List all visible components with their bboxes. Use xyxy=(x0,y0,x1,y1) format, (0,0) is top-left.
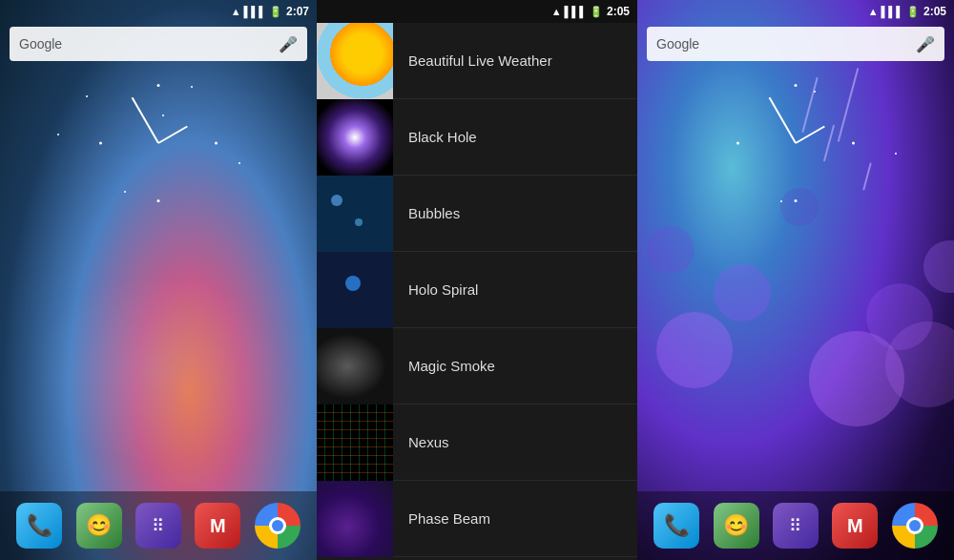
left-screen: ▲ ▌▌▌ 🔋 2:07 Google 🎤 📞 😊 ⠿ xyxy=(0,0,317,560)
right-clock-hour-hand xyxy=(796,126,825,144)
wallpaper-name-holo: Holo Spiral xyxy=(408,281,478,298)
right-dock-launcher[interactable]: ⠿ xyxy=(773,503,819,549)
right-dock-phone[interactable]: 📞 xyxy=(653,503,699,549)
center-wifi-icon: ▲ xyxy=(551,6,562,17)
wallpaper-thumb-bubbles xyxy=(317,176,393,252)
left-time: 2:07 xyxy=(286,5,309,18)
right-phone-icon: 📞 xyxy=(664,513,690,538)
wallpaper-thumb-phasebeam xyxy=(317,481,393,557)
nexus-thumb-bg xyxy=(317,404,393,481)
launcher-icon: ⠿ xyxy=(152,515,164,536)
right-dock-chrome[interactable] xyxy=(892,503,938,549)
right-status-icons: ▲ ▌▌▌ 🔋 xyxy=(868,6,920,18)
wallpaper-name-weather: Beautiful Live Weather xyxy=(408,52,552,69)
clock-dot-12 xyxy=(157,84,160,87)
wallpaper-thumb-blackhole xyxy=(317,99,393,176)
wallpaper-item-beautiful-live-weather[interactable]: Beautiful Live Weather xyxy=(317,23,637,99)
clock-dot-3 xyxy=(215,142,218,145)
right-contacts-icon: 😊 xyxy=(723,513,749,538)
wallpaper-thumb-weather xyxy=(317,23,393,99)
center-screen: ▲ ▌▌▌ 🔋 2:05 Beautiful Live Weather Blac… xyxy=(317,0,637,560)
right-dock-contacts[interactable]: 😊 xyxy=(714,503,759,549)
star xyxy=(238,162,240,164)
left-dock: 📞 😊 ⠿ M xyxy=(0,491,317,560)
right-clock-dot-6 xyxy=(795,199,798,202)
wallpaper-thumb-holo xyxy=(317,252,393,328)
holo-thumb-bg xyxy=(317,252,393,328)
blackhole-thumb-bg xyxy=(317,99,393,176)
battery-icon: 🔋 xyxy=(269,6,282,18)
right-dock-gmail[interactable]: M xyxy=(832,503,878,549)
wallpaper-item-phase-beam[interactable]: Phase Beam xyxy=(317,481,637,557)
wallpaper-name-phasebeam: Phase Beam xyxy=(408,510,490,527)
dock-gmail[interactable]: M xyxy=(195,503,240,549)
right-time: 2:05 xyxy=(923,5,946,18)
star xyxy=(57,134,59,135)
wallpaper-thumb-nexus xyxy=(317,404,393,481)
wallpaper-item-nexus[interactable]: Nexus xyxy=(317,404,637,481)
right-screen: ▲ ▌▌▌ 🔋 2:05 Google 🎤 📞 😊 ⠿ xyxy=(637,0,954,560)
right-dock: 📞 😊 ⠿ M xyxy=(637,491,954,560)
wallpaper-thumb-smoke xyxy=(317,328,393,404)
wallpaper-name-bubbles: Bubbles xyxy=(408,205,460,221)
left-clock-widget xyxy=(92,76,225,210)
gmail-icon: M xyxy=(210,515,226,537)
wallpaper-item-bubbles[interactable]: Bubbles xyxy=(317,176,637,252)
wallpaper-name-blackhole: Black Hole xyxy=(408,129,477,145)
right-clock-widget xyxy=(729,76,862,210)
right-clock-dot-12 xyxy=(795,84,798,87)
left-mic-icon[interactable]: 🎤 xyxy=(279,35,298,53)
left-search-bar[interactable]: Google 🎤 xyxy=(10,27,307,61)
wallpaper-item-magic-smoke[interactable]: Magic Smoke xyxy=(317,328,637,404)
clock-face xyxy=(92,76,225,210)
center-battery-icon: 🔋 xyxy=(590,6,603,18)
right-search-label: Google xyxy=(656,36,916,52)
wifi-icon: ▲ xyxy=(231,6,241,17)
right-gmail-icon: M xyxy=(847,515,863,537)
right-battery-icon: 🔋 xyxy=(906,6,920,18)
dock-launcher[interactable]: ⠿ xyxy=(135,503,181,549)
right-clock-minute-hand xyxy=(769,97,797,144)
smoke-thumb-bg xyxy=(317,328,393,404)
right-clock-dot-3 xyxy=(852,142,855,145)
clock-dot-6 xyxy=(157,199,160,202)
dock-contacts[interactable]: 😊 xyxy=(76,503,122,549)
dock-chrome[interactable] xyxy=(255,503,301,549)
left-search-label: Google xyxy=(19,36,279,52)
wallpaper-item-holo-spiral[interactable]: Holo Spiral xyxy=(317,252,637,328)
bubbles-thumb-bg xyxy=(317,176,393,252)
right-clock-face xyxy=(729,76,862,210)
wallpaper-name-nexus: Nexus xyxy=(408,434,449,450)
wallpaper-list: Beautiful Live Weather Black Hole Bubble… xyxy=(317,23,637,560)
right-wifi-icon: ▲ xyxy=(868,6,879,17)
right-launcher-icon: ⠿ xyxy=(789,515,801,536)
wallpaper-name-smoke: Magic Smoke xyxy=(408,358,495,374)
left-status-bar: ▲ ▌▌▌ 🔋 2:07 xyxy=(0,0,317,23)
center-time: 2:05 xyxy=(607,5,630,18)
signal-icon: ▌▌▌ xyxy=(244,6,266,17)
right-mic-icon[interactable]: 🎤 xyxy=(916,35,935,53)
right-star xyxy=(895,153,897,155)
center-status-bar: ▲ ▌▌▌ 🔋 2:05 xyxy=(317,0,637,23)
wallpaper-item-black-hole[interactable]: Black Hole xyxy=(317,99,637,176)
right-status-bar: ▲ ▌▌▌ 🔋 2:05 xyxy=(637,0,954,23)
clock-dot-9 xyxy=(99,142,102,145)
contacts-icon: 😊 xyxy=(86,513,112,538)
phasebeam-thumb-bg xyxy=(317,481,393,557)
clock-minute-hand xyxy=(132,97,159,144)
weather-thumb-bg xyxy=(317,23,393,99)
star xyxy=(86,95,88,97)
clock-hour-hand xyxy=(158,126,188,144)
right-signal-icon: ▌▌▌ xyxy=(881,6,903,17)
left-status-icons: ▲ ▌▌▌ 🔋 xyxy=(231,6,282,18)
phone-icon: 📞 xyxy=(27,513,52,538)
center-status-icons: ▲ ▌▌▌ 🔋 xyxy=(551,6,603,18)
right-clock-dot-9 xyxy=(736,142,739,145)
center-signal-icon: ▌▌▌ xyxy=(565,6,587,17)
dock-phone[interactable]: 📞 xyxy=(16,503,62,549)
right-search-bar[interactable]: Google 🎤 xyxy=(647,27,944,61)
